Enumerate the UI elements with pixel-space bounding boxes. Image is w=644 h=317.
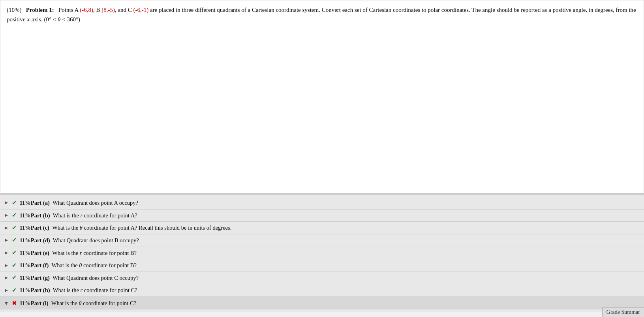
part-row-a[interactable]: ✔ 11% Part (a) What Quadrant does point … bbox=[0, 197, 644, 209]
part-percent-d: 11% bbox=[20, 236, 31, 245]
part-question-c: What is the θ coordinate for point A? Re… bbox=[52, 223, 231, 233]
part-percent-h: 11% bbox=[20, 285, 31, 295]
check-icon-c: ✔ bbox=[11, 225, 17, 231]
svg-marker-7 bbox=[5, 289, 8, 292]
svg-marker-6 bbox=[5, 276, 8, 279]
check-icon-i: ✖ bbox=[11, 300, 17, 306]
part-row-f[interactable]: ✔ 11% Part (f) What is the θ coordinate … bbox=[0, 259, 644, 272]
part-label-i: Part (i) bbox=[31, 298, 49, 308]
part-question-e: What is the r coordinate for point B? bbox=[52, 248, 137, 258]
part-label-b: Part (b) bbox=[31, 211, 50, 221]
part-question-f: What is the θ coordinate for point B? bbox=[52, 260, 137, 270]
part-percent-b: 11% bbox=[20, 211, 31, 221]
point-c: (-6,-1) bbox=[133, 7, 149, 13]
part-row-c[interactable]: ✔ 11% Part (c) What is the θ coordinate … bbox=[0, 222, 644, 234]
check-icon-h: ✔ bbox=[11, 287, 17, 294]
check-icon-f: ✔ bbox=[11, 262, 17, 269]
part-percent-f: 11% bbox=[20, 260, 31, 270]
part-row-g[interactable]: ✔ 11% Part (g) What Quadrant does point … bbox=[0, 272, 644, 285]
problem-weight: (10%) bbox=[7, 7, 22, 13]
problem-section: (10%) Problem 1: Points A (-6,8), B (8,-… bbox=[0, 0, 644, 194]
part-label-g: Part (g) bbox=[31, 273, 50, 283]
part-label-c: Part (c) bbox=[31, 223, 49, 233]
theta-symbol: θ bbox=[58, 16, 60, 23]
check-icon-d: ✔ bbox=[11, 237, 17, 243]
point-a: (-6,8) bbox=[80, 7, 93, 13]
check-icon-g: ✔ bbox=[11, 275, 17, 281]
part-question-a: What Quadrant does point A occupy? bbox=[53, 198, 138, 208]
svg-marker-5 bbox=[5, 264, 8, 267]
check-icon-b: ✔ bbox=[11, 212, 17, 219]
part-label-e: Part (e) bbox=[31, 248, 49, 258]
toggle-icon-i[interactable] bbox=[3, 300, 9, 306]
part-question-d: What Quadrant does point B occupy? bbox=[53, 236, 139, 245]
part-label-h: Part (h) bbox=[31, 285, 50, 295]
part-percent-g: 11% bbox=[20, 273, 31, 283]
toggle-icon-h[interactable] bbox=[3, 287, 9, 294]
part-row-d[interactable]: ✔ 11% Part (d) What Quadrant does point … bbox=[0, 234, 644, 247]
part-label-f: Part (f) bbox=[31, 260, 49, 270]
part-label-a: Part (a) bbox=[31, 198, 50, 208]
toggle-icon-e[interactable] bbox=[3, 250, 9, 256]
grade-summary: Grade Summar bbox=[602, 307, 644, 317]
toggle-icon-d[interactable] bbox=[3, 237, 9, 243]
part-percent-c: 11% bbox=[20, 223, 31, 233]
part-row-i[interactable]: ✖ 11% Part (i) What is the θ coordinate … bbox=[0, 297, 644, 309]
problem-text: (10%) Problem 1: Points A (-6,8), B (8,-… bbox=[7, 5, 637, 24]
parts-section: ✔ 11% Part (a) What Quadrant does point … bbox=[0, 194, 644, 312]
x-axis-label: x bbox=[27, 16, 30, 23]
part-label-d: Part (d) bbox=[31, 236, 50, 245]
check-icon-a: ✔ bbox=[11, 200, 17, 206]
part-percent-a: 11% bbox=[20, 198, 31, 208]
point-b: (8,-5) bbox=[101, 7, 115, 13]
svg-marker-4 bbox=[5, 251, 8, 255]
svg-marker-8 bbox=[5, 302, 8, 305]
svg-marker-2 bbox=[5, 226, 8, 230]
toggle-icon-c[interactable] bbox=[3, 225, 9, 231]
part-row-h[interactable]: ✔ 11% Part (h) What is the r coordinate … bbox=[0, 284, 644, 297]
toggle-icon-g[interactable] bbox=[3, 275, 9, 281]
svg-marker-0 bbox=[5, 201, 8, 204]
part-row-e[interactable]: ✔ 11% Part (e) What is the r coordinate … bbox=[0, 247, 644, 260]
part-row-b[interactable]: ✔ 11% Part (b) What is the r coordinate … bbox=[0, 209, 644, 222]
svg-marker-3 bbox=[5, 239, 8, 242]
main-container: (10%) Problem 1: Points A (-6,8), B (8,-… bbox=[0, 0, 644, 312]
toggle-icon-a[interactable] bbox=[3, 200, 9, 206]
toggle-icon-f[interactable] bbox=[3, 262, 9, 269]
toggle-icon-b[interactable] bbox=[3, 212, 9, 219]
part-percent-e: 11% bbox=[20, 248, 31, 258]
part-percent-i: 11% bbox=[20, 298, 31, 308]
problem-label: Problem 1: bbox=[26, 7, 54, 13]
part-question-h: What is the r coordinate for point C? bbox=[53, 285, 137, 295]
part-question-g: What Quadrant does point C occupy? bbox=[53, 273, 139, 283]
check-icon-e: ✔ bbox=[11, 250, 17, 256]
svg-marker-1 bbox=[5, 214, 8, 217]
grade-summary-label: Grade Summar bbox=[606, 309, 640, 315]
part-question-b: What is the r coordinate for point A? bbox=[53, 211, 137, 221]
part-question-i: What is the θ coordinate for point C? bbox=[51, 298, 136, 308]
